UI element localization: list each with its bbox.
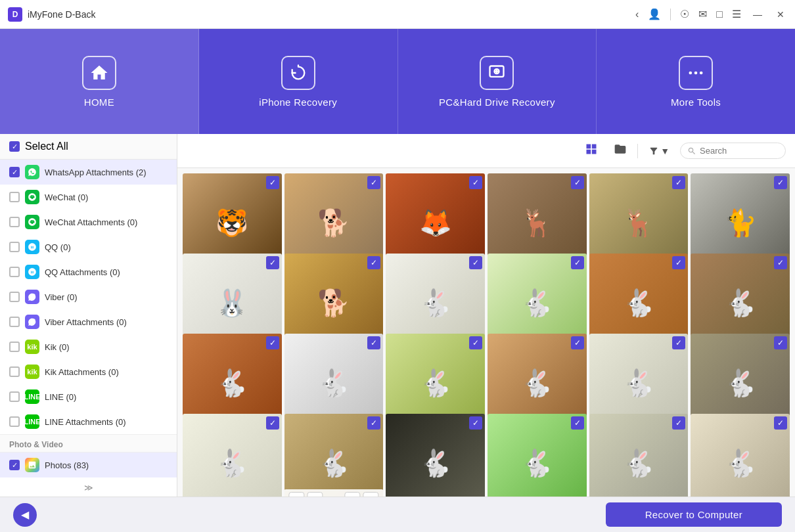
select-all-checkbox[interactable]: ✓ — [9, 141, 20, 152]
menu-icon[interactable]: ☰ — [732, 8, 741, 20]
sidebar-more-indicator[interactable]: ≫ — [0, 477, 177, 497]
photo-check[interactable]: ✓ — [571, 176, 584, 189]
select-all-row[interactable]: ✓ Select All — [0, 134, 177, 160]
nav-pc-label: PC&Hard Drive Recovery — [439, 97, 555, 108]
photo-check[interactable]: ✓ — [571, 416, 584, 430]
kik-attach-checkbox[interactable] — [9, 366, 20, 377]
sidebar-item-line[interactable]: LINE LINE (0) — [0, 384, 177, 409]
photo-cell[interactable]: 🐇 ✓ — [183, 414, 282, 497]
photo-check[interactable]: ✓ — [672, 176, 685, 189]
photo-check[interactable]: ✓ — [774, 336, 787, 349]
photo-check[interactable]: ✓ — [571, 336, 584, 349]
photo-check[interactable]: ✓ — [367, 336, 380, 349]
sidebar-item-qq-attach[interactable]: QQ Attachments (0) — [0, 259, 177, 284]
viber-attach-checkbox[interactable] — [9, 317, 20, 327]
photo-check[interactable]: ✓ — [672, 256, 685, 269]
photo-cell[interactable]: 🐇 ✓ — [691, 414, 790, 497]
wechat-attach-icon — [25, 215, 39, 229]
line-checkbox[interactable] — [9, 391, 20, 402]
filter-button[interactable]: ▼ — [643, 143, 675, 160]
viber-icon — [25, 290, 39, 304]
photo-check[interactable]: ✓ — [571, 256, 584, 269]
whatsapp-icon — [25, 165, 39, 179]
toolbar-divider — [637, 144, 638, 158]
viber-checkbox[interactable] — [9, 292, 20, 302]
last-page-button[interactable]: » — [363, 492, 379, 497]
photo-check[interactable]: ✓ — [367, 176, 380, 189]
photo-check[interactable]: ✓ — [266, 256, 279, 269]
whatsapp-checkbox[interactable]: ✓ — [9, 167, 20, 177]
photo-check[interactable]: ✓ — [469, 336, 482, 349]
mail-icon[interactable]: ✉ — [698, 8, 707, 20]
photo-check[interactable]: ✓ — [469, 416, 482, 430]
settings-icon[interactable]: ☉ — [680, 8, 689, 20]
recover-button[interactable]: Recover to Computer — [606, 502, 782, 527]
sidebar-item-viber-attach[interactable]: Viber Attachments (0) — [0, 309, 177, 334]
photo-check[interactable]: ✓ — [266, 336, 279, 349]
nav-item-pc-recovery[interactable]: PC&Hard Drive Recovery — [398, 29, 597, 134]
next-page-button[interactable]: › — [345, 492, 361, 497]
line-attach-label: LINE Attachments (0) — [45, 417, 126, 427]
kik-icon: kik — [25, 340, 39, 354]
nav-item-more-tools[interactable]: More Tools — [597, 29, 795, 134]
nav-bar: HOME iPhone Recovery PC&Hard Drive Recov… — [0, 29, 795, 134]
photo-cell[interactable]: 🐇 ✓ — [386, 414, 485, 497]
photo-check[interactable]: ✓ — [672, 416, 685, 430]
sidebar-item-viber[interactable]: Viber (0) — [0, 284, 177, 309]
line-attach-icon: LINE — [25, 414, 39, 429]
photo-check[interactable]: ✓ — [469, 256, 482, 269]
photo-cell[interactable]: 🐇 ✓ « ‹ 3 / 4 › » — [284, 414, 384, 497]
share-icon[interactable]: ‹ — [635, 9, 639, 20]
svg-point-4 — [700, 71, 703, 74]
sidebar-item-kik[interactable]: kik Kik (0) — [0, 334, 177, 359]
wechat-checkbox[interactable] — [9, 192, 20, 202]
sidebar-item-whatsapp[interactable]: ✓ WhatsApp Attachments (2) — [0, 160, 177, 185]
qq-attach-checkbox[interactable] — [9, 267, 20, 277]
wechat-attach-label: WeChat Attachments (0) — [45, 217, 137, 227]
more-tools-icon-box — [679, 56, 713, 90]
line-attach-checkbox[interactable] — [9, 416, 20, 427]
photos-checkbox[interactable]: ✓ — [9, 460, 20, 470]
user-icon[interactable]: 👤 — [648, 8, 661, 20]
photo-check[interactable]: ✓ — [469, 176, 482, 189]
photo-cell[interactable]: 🐇 ✓ — [589, 414, 689, 497]
nav-iphone-label: iPhone Recovery — [259, 97, 337, 108]
content-toolbar: ▼ — [177, 134, 795, 168]
grid-view-button[interactable] — [579, 139, 603, 162]
photo-check[interactable]: ✓ — [266, 176, 279, 189]
photo-check[interactable]: ✓ — [266, 416, 279, 430]
photo-check[interactable]: ✓ — [774, 176, 787, 189]
photo-cell[interactable]: 🐇 ✓ — [488, 414, 587, 497]
wechat-attach-checkbox[interactable] — [9, 217, 20, 227]
first-page-button[interactable]: « — [288, 492, 304, 497]
close-button[interactable]: ✕ — [774, 8, 787, 21]
sidebar-item-wechat[interactable]: WeChat (0) — [0, 185, 177, 210]
nav-item-iphone-recovery[interactable]: iPhone Recovery — [199, 29, 398, 134]
line-icon: LINE — [25, 389, 39, 404]
kik-checkbox[interactable] — [9, 342, 20, 352]
sidebar-item-kik-attach[interactable]: kik Kik Attachments (0) — [0, 359, 177, 384]
photo-check[interactable]: ✓ — [774, 256, 787, 269]
qq-checkbox[interactable] — [9, 242, 20, 252]
search-box — [680, 143, 786, 159]
photo-check[interactable]: ✓ — [774, 416, 787, 430]
photo-check[interactable]: ✓ — [367, 416, 380, 430]
title-bar: D iMyFone D-Back ‹ 👤 ☉ ✉ □ ☰ — ✕ — [0, 0, 795, 29]
folder-view-button[interactable] — [608, 139, 632, 162]
chat-icon[interactable]: □ — [716, 9, 723, 20]
sidebar-item-photos[interactable]: ✓ Photos (83) — [0, 453, 177, 477]
sidebar-item-wechat-attach[interactable]: WeChat Attachments (0) — [0, 210, 177, 234]
nav-item-home[interactable]: HOME — [0, 29, 199, 134]
prev-page-button[interactable]: ‹ — [307, 492, 323, 497]
sidebar-item-qq[interactable]: QQ (0) — [0, 234, 177, 259]
search-icon — [687, 146, 696, 156]
photo-check[interactable]: ✓ — [672, 336, 685, 349]
back-button[interactable]: ◀ — [13, 503, 37, 527]
minimize-button[interactable]: — — [750, 8, 765, 21]
search-input[interactable] — [700, 146, 779, 156]
home-icon-box — [82, 56, 116, 90]
photo-check[interactable]: ✓ — [367, 256, 380, 269]
sidebar-item-line-attach[interactable]: LINE LINE Attachments (0) — [0, 409, 177, 434]
viber-attach-icon — [25, 315, 39, 329]
photo-grid: 🐯 ✓ 🐕 ✓ 🦊 ✓ 🦌 ✓ 🦌 ✓ 🐈 ✓ — [177, 168, 795, 497]
